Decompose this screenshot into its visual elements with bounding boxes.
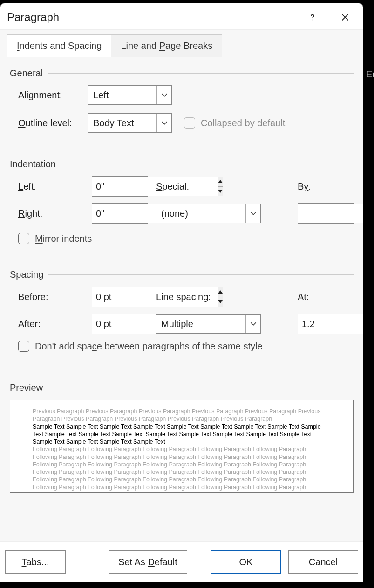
alignment-label: Alignment: (18, 90, 88, 101)
close-button[interactable] (336, 8, 354, 27)
after-label: After: (18, 319, 83, 329)
line-spacing-select[interactable]: Multiple (156, 314, 261, 334)
tab-line-page-breaks[interactable]: Line and Page Breaks (111, 34, 222, 57)
special-label: Special: (156, 181, 289, 192)
dialog-footer: Tabs... Set As Default OK Cancel (0, 541, 363, 582)
no-add-space-label: Don't add space between paragraphs of th… (35, 341, 263, 352)
special-select[interactable]: (none) (156, 204, 261, 223)
indent-left-spinner[interactable] (92, 176, 148, 197)
mirror-indents-checkbox[interactable] (18, 233, 29, 244)
titlebar: Paragraph (0, 3, 363, 29)
general-section-title: General (10, 68, 354, 79)
by-input[interactable] (298, 204, 363, 223)
paragraph-dialog: Paragraph Indents and Spacing Line and P… (0, 3, 363, 582)
by-spinner[interactable] (298, 203, 354, 224)
after-spinner[interactable] (92, 314, 148, 334)
at-label: At: (298, 292, 354, 302)
background-text: Ed (366, 69, 374, 80)
spacing-section-title: Spacing (10, 269, 354, 280)
at-spinner[interactable] (298, 314, 354, 334)
indentation-section-title: Indentation (10, 159, 354, 170)
ok-button[interactable]: OK (211, 550, 281, 574)
tabs-button[interactable]: Tabs... (5, 550, 66, 574)
dialog-title: Paragraph (7, 11, 59, 24)
chevron-down-icon (156, 86, 171, 104)
indent-left-label: Left: (18, 181, 83, 192)
collapsed-label: Collapsed by default (201, 118, 285, 129)
chevron-down-icon (245, 315, 260, 333)
before-label: Before: (18, 292, 83, 302)
cancel-button[interactable]: Cancel (288, 550, 358, 574)
help-button[interactable] (303, 8, 322, 27)
tab-indents-spacing[interactable]: Indents and Spacing (7, 34, 111, 57)
outline-level-label: Outline level: (18, 118, 88, 129)
indent-right-label: Right: (18, 208, 83, 219)
preview-previous-text: Previous Paragraph Previous Paragraph Pr… (33, 408, 331, 423)
svg-point-0 (312, 20, 313, 20)
preview-section-title: Preview (10, 383, 354, 393)
set-as-default-button[interactable]: Set As Default (109, 550, 187, 574)
at-input[interactable] (298, 314, 363, 334)
no-add-space-checkbox[interactable] (18, 341, 29, 352)
preview-box: Previous Paragraph Previous Paragraph Pr… (10, 400, 354, 493)
line-spacing-label: Line spacing: (156, 292, 289, 302)
chevron-down-icon (156, 114, 171, 132)
alignment-select[interactable]: Left (88, 85, 172, 105)
mirror-indents-label: Mirror indents (35, 233, 92, 244)
collapsed-checkbox (184, 117, 195, 129)
tab-strip: Indents and Spacing Line and Page Breaks (7, 34, 356, 57)
by-label: By: (298, 181, 311, 192)
outline-level-select[interactable]: Body Text (88, 113, 172, 133)
preview-following-text: Following Paragraph Following Paragraph … (33, 445, 331, 491)
before-spinner[interactable] (92, 287, 148, 307)
indent-right-spinner[interactable] (92, 203, 148, 224)
chevron-down-icon (245, 204, 260, 223)
preview-sample-text: Sample Text Sample Text Sample Text Samp… (33, 423, 331, 446)
